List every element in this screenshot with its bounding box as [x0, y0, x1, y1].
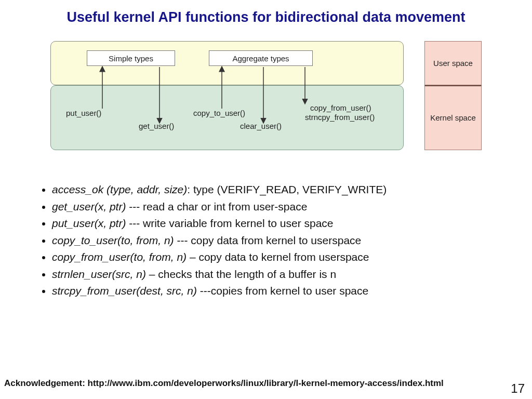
slide-title: Useful kernel API functions for bidirect… [0, 0, 532, 25]
copy-from-user-label: copy_from_user() [310, 103, 371, 112]
bullet-function: access_ok (type, addr, size) [52, 183, 187, 195]
aggregate-types-box: Aggregate types [209, 50, 313, 66]
bullet-item: get_user(x, ptr) --- read a char or int … [52, 198, 488, 216]
page-number: 17 [511, 381, 525, 396]
bullet-list: access_ok (type, addr, size): type (VERI… [31, 181, 488, 300]
legend-column: User space Kernel space [424, 41, 482, 150]
bullet-function: put_user(x, ptr) [52, 217, 126, 229]
bullet-function: strcpy_from_user(dest, src, n) [52, 285, 197, 297]
bullet-description: --- copy data from kernel to userspace [174, 234, 362, 246]
diagram: Simple types Aggregate types put_user() … [50, 41, 482, 161]
legend-kernel-space: Kernel space [424, 85, 482, 150]
bullet-function: get_user(x, ptr) [52, 201, 126, 212]
put-user-label: put_user() [66, 109, 101, 117]
clear-user-label: clear_user() [240, 122, 282, 130]
get-user-label: get_user() [139, 122, 174, 130]
bullet-function: copy_to_user(to, from, n) [52, 234, 174, 246]
bullet-item: copy_to_user(to, from, n) --- copy data … [52, 232, 488, 249]
bullet-function: strnlen_user(src, n) [52, 268, 146, 280]
bullet-description: ---copies from kernel to user space [197, 285, 368, 297]
diagram-main-column: Simple types Aggregate types put_user() … [50, 41, 404, 150]
bullet-description: --- read a char or int from user-space [126, 201, 307, 212]
legend-user-space: User space [424, 41, 482, 85]
bullet-description: : type (VERIFY_READ, VERIFY_WRITE) [187, 183, 387, 195]
bullet-description: – checks that the length of a buffer is … [146, 268, 336, 280]
bullet-item: put_user(x, ptr) --- write variable from… [52, 215, 488, 232]
bullet-item: copy_from_user(to, from, n) – copy data … [52, 249, 488, 266]
bullet-description: – copy data to kernel from userspace [187, 251, 369, 263]
acknowledgement-text: Acknowledgement: http://www.ibm.com/deve… [4, 378, 444, 389]
copy-to-user-label: copy_to_user() [193, 109, 245, 117]
simple-types-box: Simple types [87, 50, 175, 66]
bullet-description: --- write variable from kernel to user s… [126, 217, 333, 229]
bullet-item: strnlen_user(src, n) – checks that the l… [52, 266, 488, 283]
bullet-item: strcpy_from_user(dest, src, n) ---copies… [52, 283, 488, 300]
bullet-item: access_ok (type, addr, size): type (VERI… [52, 181, 488, 198]
bullet-function: copy_from_user(to, from, n) [52, 251, 187, 263]
strncpy-from-user-label: strncpy_from_user() [305, 113, 375, 122]
